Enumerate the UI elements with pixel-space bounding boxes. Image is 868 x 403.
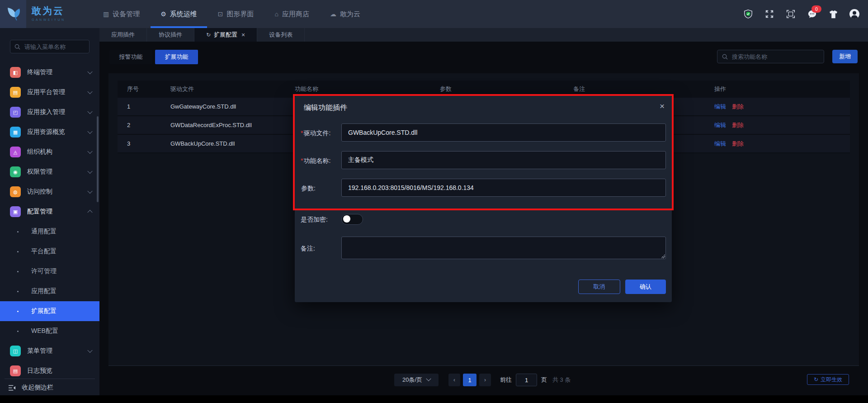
sidebar-subitem-7-4[interactable]: 扩展配置 — [0, 301, 99, 321]
sidebar-subitem-7-1[interactable]: 平台配置 — [0, 242, 99, 261]
sidebar-divider — [5, 379, 95, 379]
apply-now-button[interactable]: ↻ 立即生效 — [807, 374, 849, 385]
tab-close-icon[interactable]: × — [241, 31, 245, 38]
alarm-function-button[interactable]: 报警功能 — [109, 50, 152, 64]
modal-title: 编辑功能插件 — [304, 103, 347, 113]
sidebar-item-5[interactable]: ◉权限管理 — [0, 162, 99, 182]
sidebar-item-label: 组织机构 — [27, 148, 52, 156]
nav-item-label: 系统运维 — [170, 10, 197, 19]
current-page-button[interactable]: 1 — [463, 374, 476, 386]
table-header-cell: 序号 — [118, 85, 170, 93]
page-size-select[interactable]: 20条/页 — [394, 374, 439, 386]
user-avatar[interactable] — [849, 9, 860, 19]
function-name-label: *功能名称: — [301, 157, 340, 165]
add-button[interactable]: 新增 — [832, 50, 858, 63]
cell-actions: 编辑删除 — [714, 121, 850, 129]
sidebar-menu: ◧终端管理▤应用平台管理◰应用接入管理▦应用资源概览◬组织机构◉权限管理◍访问控… — [0, 62, 99, 381]
navbar-menu: ▥设备管理⚙系统运维⊡图形界面⌂应用商店☁敢为云 — [103, 0, 360, 28]
tab-1[interactable]: 协议插件 — [147, 28, 194, 42]
sidebar-scrollbar[interactable] — [97, 116, 99, 202]
message-icon[interactable]: 0 — [807, 9, 817, 19]
cell-driver: GWDataRecordExProc.STD.dll — [170, 122, 295, 128]
sidebar-item-3[interactable]: ▦应用资源概览 — [0, 122, 99, 142]
menu-management-icon: ◫ — [10, 346, 21, 356]
sidebar-item-label: 菜单管理 — [27, 347, 52, 355]
sidebar-subitem-7-5[interactable]: WEB配置 — [0, 321, 99, 341]
app-platform-icon: ▤ — [10, 87, 21, 98]
nav-item-4[interactable]: ☁敢为云 — [330, 0, 360, 28]
sidebar-item-9[interactable]: ▤日志预览 — [0, 361, 99, 381]
sidebar-search[interactable] — [10, 40, 90, 53]
brand-logo — [0, 0, 26, 28]
screenshot-frame-icon[interactable] — [785, 9, 796, 19]
sidebar-subitem-7-2[interactable]: 许可管理 — [0, 261, 99, 281]
tab-refresh-icon[interactable]: ↻ — [206, 32, 211, 38]
sidebar-search-input[interactable] — [24, 43, 85, 51]
goto-page-input[interactable] — [516, 374, 537, 386]
driver-file-input[interactable] — [341, 123, 666, 142]
extend-function-button[interactable]: 扩展功能 — [155, 50, 198, 64]
tab-3[interactable]: 设备列表 — [257, 28, 305, 42]
note-textarea[interactable] — [341, 237, 666, 259]
confirm-button[interactable]: 确认 — [625, 280, 666, 294]
cell-index: 1 — [118, 103, 170, 110]
edit-link[interactable]: 编辑 — [714, 140, 726, 147]
encrypt-toggle[interactable] — [341, 214, 363, 225]
collapse-sidebar-icon — [8, 384, 16, 391]
refresh-icon: ↻ — [814, 376, 818, 383]
cell-actions: 编辑删除 — [714, 140, 850, 148]
security-shield-icon[interactable] — [743, 9, 754, 19]
nav-item-3[interactable]: ⌂应用商店 — [275, 0, 309, 28]
sidebar-item-8[interactable]: ◫菜单管理 — [0, 341, 99, 361]
sidebar-item-4[interactable]: ◬组织机构 — [0, 142, 99, 162]
organization-icon: ◬ — [10, 147, 21, 157]
function-search-input[interactable] — [731, 53, 819, 61]
cancel-button[interactable]: 取消 — [578, 280, 620, 294]
terminal-management-icon: ◧ — [10, 67, 21, 78]
config-management-icon: ▣ — [10, 206, 21, 217]
edit-link[interactable]: 编辑 — [714, 122, 726, 128]
delete-link[interactable]: 删除 — [732, 103, 744, 110]
tab-0[interactable]: 应用插件 — [99, 28, 147, 42]
search-icon — [14, 44, 20, 50]
chevron-down-icon — [87, 169, 92, 174]
edit-link[interactable]: 编辑 — [714, 103, 726, 110]
sidebar-item-label: 权限管理 — [27, 168, 52, 176]
params-input[interactable] — [341, 179, 666, 197]
modal-close-icon[interactable]: × — [660, 101, 665, 111]
driver-file-label: *驱动文件: — [301, 129, 340, 137]
function-name-input[interactable] — [341, 151, 666, 169]
nav-item-1[interactable]: ⚙系统运维 — [160, 0, 197, 28]
table-header-row: 序号驱动文件功能名称参数备注操作 — [118, 81, 850, 98]
fullscreen-expand-icon[interactable] — [764, 9, 775, 19]
sidebar-item-label: 配置管理 — [27, 208, 52, 216]
sidebar-item-0[interactable]: ◧终端管理 — [0, 62, 99, 82]
delete-link[interactable]: 删除 — [732, 140, 744, 147]
message-badge: 0 — [811, 5, 821, 13]
function-search[interactable] — [717, 50, 824, 63]
app-root: 敢为云 GANWEIYUN ▥设备管理⚙系统运维⊡图形界面⌂应用商店☁敢为云 0 — [0, 0, 868, 403]
sidebar-item-label: 应用平台管理 — [27, 88, 65, 96]
table-header-cell: 操作 — [714, 85, 850, 93]
sidebar-item-7[interactable]: ▣配置管理 — [0, 202, 99, 222]
sidebar-item-2[interactable]: ◰应用接入管理 — [0, 102, 99, 122]
chevron-down-icon — [87, 129, 92, 134]
edit-plugin-modal: 编辑功能插件 × *驱动文件: *功能名称: 参数: 是否加密: 备注: 取消 … — [295, 96, 672, 302]
nav-item-label: 图形界面 — [227, 10, 254, 19]
sidebar-subitem-7-0[interactable]: 通用配置 — [0, 222, 99, 242]
tab-2[interactable]: ↻扩展配置× — [194, 28, 257, 42]
delete-link[interactable]: 删除 — [732, 122, 744, 128]
sidebar-item-1[interactable]: ▤应用平台管理 — [0, 82, 99, 102]
bullet-dot — [17, 311, 19, 312]
app-access-icon: ◰ — [10, 107, 21, 118]
nav-item-2[interactable]: ⊡图形界面 — [218, 0, 254, 28]
prev-page-button[interactable]: ‹ — [448, 374, 460, 386]
toggle-knob — [343, 215, 350, 223]
nav-item-0[interactable]: ▥设备管理 — [103, 0, 140, 28]
theme-shirt-icon[interactable] — [828, 9, 839, 19]
sidebar-subitem-7-3[interactable]: 应用配置 — [0, 281, 99, 301]
next-page-button[interactable]: › — [479, 374, 491, 386]
cell-driver: GWBackUpCore.STD.dll — [170, 140, 295, 147]
sidebar-item-6[interactable]: ◍访问控制 — [0, 182, 99, 202]
collapse-sidebar-button[interactable]: 收起侧边栏 — [0, 380, 99, 395]
